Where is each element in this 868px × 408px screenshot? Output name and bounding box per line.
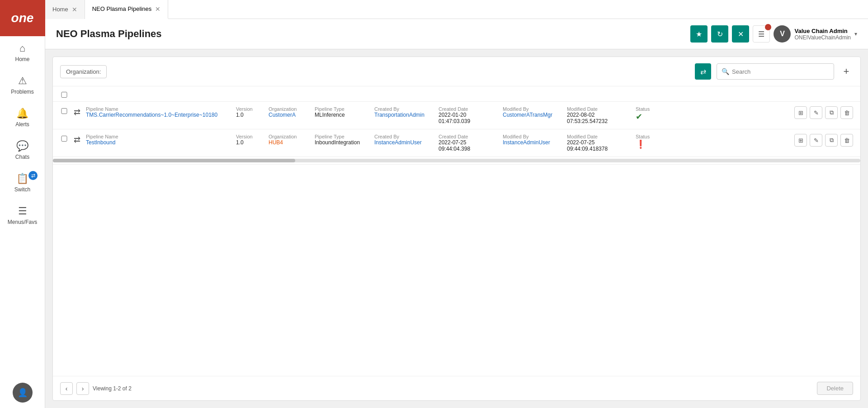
filter-button[interactable]: ⇄: [695, 63, 711, 80]
tab-neo-close[interactable]: ✕: [155, 6, 160, 12]
next-page-button[interactable]: ›: [76, 382, 89, 395]
status-error-icon-2: ❗: [636, 140, 646, 149]
col-value-org-1[interactable]: CustomerA: [269, 112, 309, 118]
col-value-modified-by-1[interactable]: CustomerATransMgr: [503, 112, 561, 118]
search-box: 🔍: [717, 63, 834, 80]
col-created-by-2: Created By InstanceAdminUser: [374, 134, 433, 146]
switch-badge: ⇄: [28, 171, 38, 180]
col-header-created-date-2: Created Date: [439, 134, 497, 139]
select-all-checkbox[interactable]: [60, 92, 68, 98]
col-pipeline-name-1: Pipeline Name TMS.CarrierRecommendations…: [86, 106, 231, 118]
col-value-created-by-1[interactable]: TransportationAdmin: [374, 112, 433, 118]
row-2-delete-button[interactable]: 🗑: [840, 134, 853, 147]
row-1-checkbox[interactable]: [60, 108, 68, 114]
tab-neo-plasma[interactable]: NEO Plasma Pipelines ✕: [85, 0, 169, 19]
tab-home-close[interactable]: ✕: [72, 6, 77, 13]
row-2-checkbox[interactable]: [60, 136, 68, 142]
home-icon: ⌂: [19, 43, 25, 54]
col-value-version-1: 1.0: [236, 112, 263, 118]
pipeline-icon-1: ⇄: [74, 107, 80, 117]
col-modified-date-1: Modified Date 2022-08-02 07:53:25.547232: [567, 106, 630, 124]
pipeline-icon-2: ⇄: [74, 135, 80, 145]
scrollbar-track[interactable]: [53, 159, 860, 162]
delete-button[interactable]: Delete: [817, 382, 853, 395]
row-1-copy-button[interactable]: ⧉: [825, 106, 838, 119]
refresh-button[interactable]: ↻: [711, 25, 728, 43]
sidebar-logo[interactable]: one: [0, 0, 45, 36]
user-avatar-button[interactable]: V: [774, 25, 791, 43]
prev-page-button[interactable]: ‹: [60, 382, 73, 395]
star-button[interactable]: ★: [690, 25, 708, 43]
col-header-modified-by-1: Modified By: [503, 106, 561, 112]
add-button[interactable]: +: [840, 65, 853, 78]
header-actions: ★ ↻ ✕ ☰ V Value Chain Admin ONEIValueCha…: [690, 25, 857, 43]
table-row: ⇄ Pipeline Name TMS.CarrierRecommendatio…: [53, 102, 860, 129]
col-header-pipeline-name-1: Pipeline Name: [86, 106, 231, 112]
col-header-modified-date-2: Modified Date: [567, 134, 630, 139]
logo-text: one: [11, 11, 34, 25]
page-header: NEO Plasma Pipelines ★ ↻ ✕ ☰ V Value Cha…: [45, 19, 868, 49]
plus-icon: +: [844, 66, 849, 77]
row-1-edit-button[interactable]: ✎: [810, 106, 822, 119]
sidebar-item-home[interactable]: ⌂ Home: [0, 36, 45, 69]
row-2-actions: ⊞ ✎ ⧉ 🗑: [794, 134, 853, 147]
col-value-created-by-2[interactable]: InstanceAdminUser: [374, 139, 433, 146]
table-row: ⇄ Pipeline Name TestInbound Version 1.0 …: [53, 129, 860, 157]
col-modified-by-2: Modified By InstanceAdminUser: [503, 134, 561, 146]
tab-home[interactable]: Home ✕: [45, 0, 85, 19]
sidebar-item-chats[interactable]: 💬 Chats: [0, 134, 45, 166]
col-value-created-time-2: 09:44:04.398: [439, 146, 497, 152]
col-header-version-2: Version: [236, 134, 263, 139]
sidebar-item-alerts[interactable]: 🔔 Alerts: [0, 101, 45, 134]
col-created-date-2: Created Date 2022-07-25 09:44:04.398: [439, 134, 497, 152]
col-header-type-2: Pipeline Type: [315, 134, 369, 139]
row-1-delete-button[interactable]: 🗑: [840, 106, 853, 119]
col-header-modified-date-1: Modified Date: [567, 106, 630, 112]
chat-icon: 💬: [16, 140, 28, 152]
col-value-org-2[interactable]: HUB4: [269, 139, 309, 146]
col-value-pipeline-name-2[interactable]: TestInbound: [86, 139, 231, 146]
user-subtitle: ONEIValueChainAdmin: [794, 34, 851, 41]
user-initial: V: [780, 30, 785, 38]
sidebar: one ⌂ Home ⚠ Problems 🔔 Alerts 💬 Chats ⇄…: [0, 0, 45, 408]
row-2-topology-button[interactable]: ⊞: [794, 134, 807, 147]
row-1-topology-button[interactable]: ⊞: [794, 106, 807, 119]
scrollbar-thumb[interactable]: [53, 159, 295, 162]
col-created-by-1: Created By TransportationAdmin: [374, 106, 433, 118]
col-value-created-date-1: 2022-01-20: [439, 112, 497, 118]
row-2-edit-button[interactable]: ✎: [810, 134, 822, 147]
sidebar-label-chats: Chats: [15, 154, 29, 160]
close-button[interactable]: ✕: [732, 25, 749, 43]
col-pipeline-type-2: Pipeline Type InboundIntegration: [315, 134, 369, 146]
toolbar: Organization: ⇄ 🔍 +: [53, 57, 860, 86]
col-value-modified-by-2[interactable]: InstanceAdminUser: [503, 139, 561, 146]
user-info: Value Chain Admin ONEIValueChainAdmin: [794, 28, 851, 41]
sidebar-item-problems[interactable]: ⚠ Problems: [0, 69, 45, 101]
col-value-modified-date-1: 2022-08-02: [567, 112, 630, 118]
menu-button[interactable]: ☰: [753, 25, 770, 43]
row-1-actions: ⊞ ✎ ⧉ 🗑: [794, 106, 853, 119]
problems-icon: ⚠: [18, 75, 27, 87]
sidebar-item-menus[interactable]: ☰ Menus/Favs: [0, 199, 45, 232]
col-value-modified-time-2: 09:44:09.418378: [567, 146, 630, 152]
col-value-pipeline-name-1[interactable]: TMS.CarrierRecommendations~1.0~Enterpris…: [86, 112, 231, 118]
sidebar-item-switch[interactable]: ⇄ 📋 Switch: [0, 166, 45, 199]
footer: ‹ › Viewing 1-2 of 2 Delete: [53, 376, 860, 400]
col-value-version-2: 1.0: [236, 139, 263, 146]
col-header-org-2: Organization: [269, 134, 309, 139]
col-value-type-2: InboundIntegration: [315, 139, 369, 146]
col-status-1: Status ✔: [636, 106, 663, 122]
table-area: ⇄ Pipeline Name TMS.CarrierRecommendatio…: [53, 86, 860, 376]
col-value-type-1: MLInference: [315, 112, 369, 118]
user-dropdown-arrow[interactable]: ▾: [854, 31, 857, 37]
col-org-2: Organization HUB4: [269, 134, 309, 146]
main-content: Home ✕ NEO Plasma Pipelines ✕ NEO Plasma…: [45, 0, 868, 408]
sidebar-avatar[interactable]: 👤: [13, 383, 33, 403]
col-header-pipeline-name-2: Pipeline Name: [86, 134, 231, 139]
switch-icon: 📋: [16, 173, 28, 185]
col-value-created-time-1: 01:47:03.039: [439, 118, 497, 124]
tab-neo-label: NEO Plasma Pipelines: [92, 5, 152, 12]
row-2-copy-button[interactable]: ⧉: [825, 134, 838, 147]
col-header-status-1: Status: [636, 106, 663, 112]
search-input[interactable]: [732, 68, 829, 75]
